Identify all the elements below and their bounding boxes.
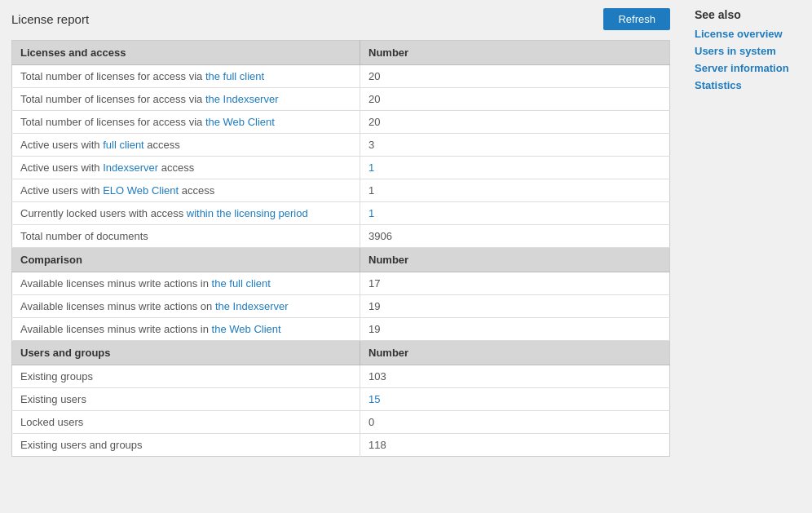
- refresh-button[interactable]: Refresh: [603, 8, 670, 30]
- table-row: Active users with ELO Web Client access1: [12, 179, 670, 202]
- section-header-1: ComparisonNumber: [12, 248, 670, 272]
- see-also-heading: See also: [695, 8, 799, 21]
- header-bar: License report Refresh: [11, 8, 670, 30]
- table-row: Available licenses minus write actions i…: [12, 318, 670, 341]
- page-title: License report: [11, 12, 89, 26]
- table-row: Total number of licenses for access via …: [12, 88, 670, 111]
- license-table: Licenses and accessNumberTotal number of…: [11, 40, 670, 457]
- sidebar: See also License overviewUsers in system…: [682, 0, 812, 513]
- sidebar-link-1[interactable]: Users in system: [695, 45, 799, 57]
- sidebar-link-3[interactable]: Statistics: [695, 79, 799, 91]
- table-row: Locked users0: [12, 411, 670, 434]
- table-row: Active users with full client access3: [12, 134, 670, 157]
- table-row: Total number of documents3906: [12, 225, 670, 248]
- table-row: Total number of licenses for access via …: [12, 65, 670, 88]
- table-row: Currently locked users with access withi…: [12, 202, 670, 225]
- table-row: Available licenses minus write actions o…: [12, 295, 670, 318]
- section-header-2: Users and groupsNumber: [12, 341, 670, 365]
- table-row: Existing groups103: [12, 365, 670, 388]
- sidebar-link-0[interactable]: License overview: [695, 28, 799, 40]
- table-row: Existing users and groups118: [12, 434, 670, 457]
- table-row: Existing users15: [12, 388, 670, 411]
- table-row: Active users with Indexserver access1: [12, 157, 670, 179]
- table-row: Total number of licenses for access via …: [12, 111, 670, 134]
- section-header-0: Licenses and accessNumber: [12, 41, 670, 65]
- table-row: Available licenses minus write actions i…: [12, 272, 670, 295]
- sidebar-links: License overviewUsers in systemServer in…: [695, 28, 799, 91]
- sidebar-link-2[interactable]: Server information: [695, 62, 799, 74]
